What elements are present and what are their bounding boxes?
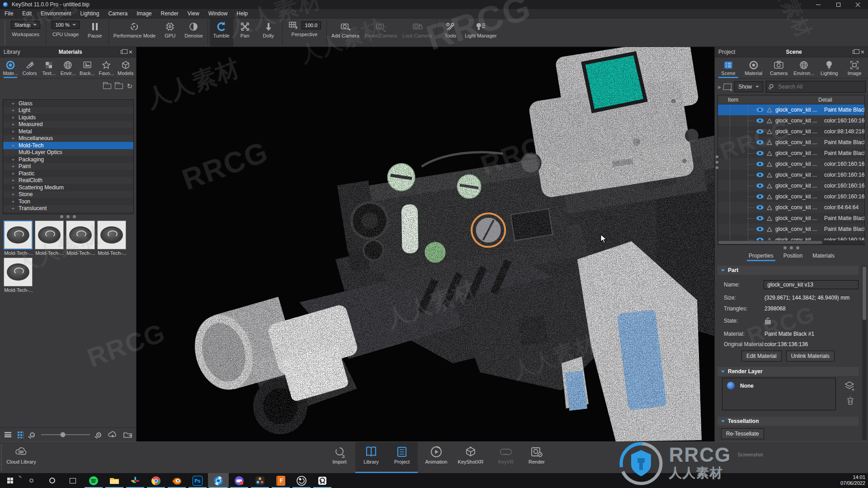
- scene-tree-row[interactable]: glock_conv_kit ...Paint Matte Black #: [718, 224, 864, 235]
- minimize-button[interactable]: [808, 0, 828, 9]
- undock-panel-icon[interactable]: [121, 50, 125, 54]
- visibility-eye-icon[interactable]: [756, 150, 764, 156]
- category-metal[interactable]: +Metal: [3, 128, 133, 135]
- animation-triangle-icon[interactable]: [767, 162, 772, 167]
- visibility-eye-icon[interactable]: [756, 183, 764, 188]
- expander-plus-icon[interactable]: +: [11, 108, 15, 113]
- unlink-materials-button[interactable]: Unlink Materials: [786, 351, 835, 361]
- render-layer-list[interactable]: None: [722, 378, 836, 410]
- material-thumbnail[interactable]: Mold-Tech-...: [4, 221, 33, 256]
- taskbar-photoshop[interactable]: Ps: [187, 473, 208, 488]
- pan-button[interactable]: Pan: [233, 19, 257, 47]
- scrollbar-thumb[interactable]: [718, 241, 822, 244]
- material-thumbnail[interactable]: Mold-Tech-...: [4, 258, 33, 293]
- ribbon-drag-handle[interactable]: [1, 445, 3, 470]
- category-packaging[interactable]: +Packaging: [3, 156, 133, 163]
- animation-triangle-icon[interactable]: [767, 194, 772, 199]
- expander-plus-icon[interactable]: +: [11, 178, 15, 183]
- visibility-eye-icon[interactable]: [756, 107, 764, 113]
- scene-tree-row[interactable]: glock_conv_kit ...color:160:160:160: [718, 115, 864, 126]
- unlock-icon[interactable]: [764, 317, 771, 324]
- export-folder-icon[interactable]: [123, 431, 132, 438]
- tab-camera[interactable]: Camera: [766, 57, 792, 78]
- visibility-eye-icon[interactable]: [756, 205, 764, 210]
- visibility-eye-icon[interactable]: [756, 118, 764, 123]
- tab-lighting[interactable]: Lighting: [816, 57, 842, 78]
- re-tessellate-button[interactable]: Re-Tessellate: [721, 428, 764, 439]
- tab-textures[interactable]: Text...: [39, 57, 58, 78]
- subtab-materials[interactable]: Materials: [811, 251, 835, 261]
- category-multi-layer-optics[interactable]: +Multi-Layer Optics: [3, 149, 133, 156]
- cloud-upload-icon[interactable]: [108, 431, 117, 439]
- undock-panel-icon[interactable]: [853, 50, 857, 54]
- grid-view-icon[interactable]: [18, 432, 24, 438]
- part-section-header[interactable]: Part: [717, 266, 859, 275]
- scene-tree-row[interactable]: glock_conv_kit ...color:160:160:160: [718, 191, 864, 202]
- visibility-eye-icon[interactable]: [756, 226, 764, 232]
- performance-mode-button[interactable]: Performance Mode: [111, 19, 159, 47]
- animation-triangle-icon[interactable]: [767, 183, 772, 188]
- render-layer-section-header[interactable]: Render Layer: [717, 367, 859, 376]
- scene-tree-row[interactable]: glock_conv_kit ...Paint Matte Black #: [718, 213, 864, 224]
- animation-triangle-icon[interactable]: [767, 118, 772, 123]
- tessellation-section-header[interactable]: Tessellation: [717, 417, 859, 426]
- ribbon-keyvr[interactable]: KeyVR: [490, 442, 522, 473]
- menu-edit[interactable]: Edit: [18, 9, 36, 18]
- expander-plus-icon[interactable]: +: [11, 164, 15, 169]
- layer-color-dot[interactable]: [727, 382, 735, 389]
- category-measured[interactable]: +Measured: [3, 121, 133, 128]
- animation-triangle-icon[interactable]: [767, 227, 772, 232]
- scrollbar-thumb[interactable]: [863, 267, 866, 320]
- scene-tree-row[interactable]: glock_conv_kit ...Paint Matte Black #: [718, 148, 864, 159]
- subtab-position[interactable]: Position: [783, 251, 804, 261]
- expander-plus-icon[interactable]: +: [11, 101, 15, 106]
- menu-help[interactable]: Help: [232, 9, 252, 18]
- tab-models[interactable]: Models: [116, 57, 135, 78]
- visibility-eye-icon[interactable]: [756, 129, 764, 134]
- menu-render[interactable]: Render: [156, 9, 183, 18]
- menu-environment[interactable]: Environment: [36, 9, 75, 18]
- taskbar-file-explorer[interactable]: [104, 473, 125, 488]
- maximize-button[interactable]: [828, 0, 848, 9]
- ribbon-library[interactable]: Library: [355, 442, 387, 473]
- animation-triangle-icon[interactable]: [767, 173, 772, 178]
- ribbon-animation[interactable]: Animation: [420, 442, 452, 473]
- taskbar-clock[interactable]: 14:01 07/06/2022: [840, 474, 865, 486]
- expander-plus-icon[interactable]: +: [11, 115, 15, 120]
- horizontal-scrollbar[interactable]: [717, 240, 865, 244]
- edit-material-button[interactable]: Edit Material: [741, 351, 782, 361]
- scene-tree-row[interactable]: glock_conv_kit ...color:88:148:218: [718, 126, 864, 137]
- collapse-icon[interactable]: »: [717, 84, 721, 90]
- menu-lighting[interactable]: Lighting: [75, 9, 104, 18]
- refresh-icon[interactable]: ↻: [127, 82, 132, 90]
- animation-triangle-icon[interactable]: [767, 205, 772, 210]
- menu-file[interactable]: File: [0, 9, 18, 18]
- light-manager-button[interactable]: Light Manager: [462, 19, 499, 47]
- tab-scene[interactable]: Scene: [716, 57, 741, 78]
- cortana-button[interactable]: [42, 473, 62, 488]
- category-light[interactable]: +Light: [3, 107, 133, 114]
- category-miscellaneous[interactable]: +Miscellaneous: [3, 135, 133, 142]
- list-view-icon[interactable]: [5, 432, 11, 437]
- category-realcloth[interactable]: +RealCloth: [3, 177, 133, 184]
- part-name-input[interactable]: glock_conv_kit v13: [764, 280, 859, 289]
- scene-tree-row[interactable]: glock_conv_kit ...color:160:160:160: [718, 180, 864, 191]
- ribbon-project[interactable]: Project: [386, 442, 418, 473]
- tab-materials[interactable]: Mate...: [1, 57, 20, 78]
- panel-resize-handle[interactable]: [716, 155, 718, 169]
- tools-button[interactable]: Tools: [439, 19, 462, 47]
- category-scattering-medium[interactable]: +Scattering Medium: [3, 184, 133, 191]
- task-view-button[interactable]: [62, 473, 83, 488]
- tab-environments[interactable]: Envir...: [58, 57, 77, 78]
- expander-plus-icon[interactable]: +: [11, 136, 15, 141]
- lock-camera-button[interactable]: Lock Camera: [400, 19, 434, 47]
- tab-backplates[interactable]: Back...: [78, 57, 97, 78]
- expander-plus-icon[interactable]: +: [11, 206, 15, 211]
- visibility-eye-icon[interactable]: [756, 216, 764, 221]
- reset-camera-button[interactable]: Reset Camera: [362, 19, 400, 47]
- taskbar-blender[interactable]: [166, 473, 187, 488]
- slider-knob[interactable]: [60, 432, 66, 437]
- tab-image[interactable]: Image: [842, 57, 867, 78]
- expander-plus-icon[interactable]: +: [11, 171, 15, 176]
- tab-material[interactable]: Material: [741, 57, 766, 78]
